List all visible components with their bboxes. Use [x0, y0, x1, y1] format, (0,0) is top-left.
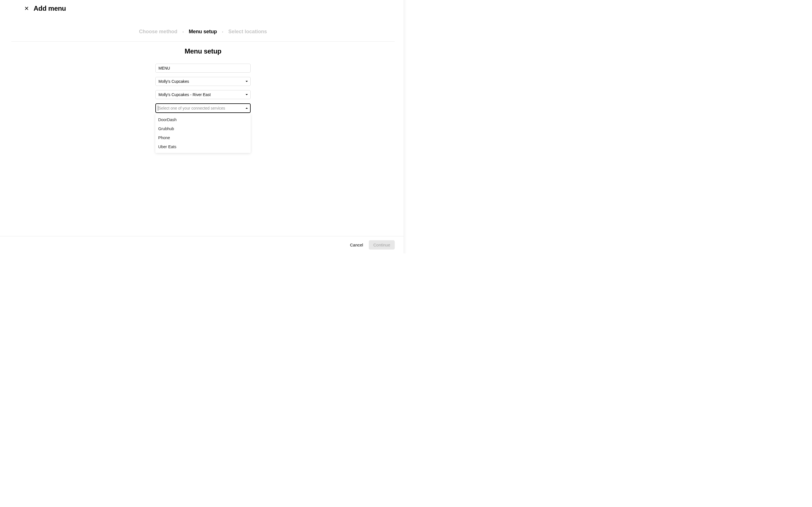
brand-select-value: Molly's Cupcakes	[155, 77, 251, 86]
section-title: Menu setup	[185, 47, 221, 55]
service-select-placeholder: Select one of your connected services	[155, 103, 251, 113]
cancel-button[interactable]: Cancel	[350, 242, 363, 247]
service-dropdown-list: DoorDash Grubhub Phone Uber Eats	[155, 114, 251, 153]
divider	[11, 41, 395, 42]
breadcrumb: Choose method › Menu setup › Select loca…	[0, 29, 406, 35]
service-option-doordash[interactable]: DoorDash	[155, 115, 251, 124]
chevron-right-icon: ›	[183, 30, 184, 34]
service-option-grubhub[interactable]: Grubhub	[155, 124, 251, 133]
header: ✕ Add menu	[0, 0, 406, 12]
continue-button[interactable]: Continue	[369, 240, 395, 249]
breadcrumb-step-menu-setup[interactable]: Menu setup	[189, 29, 217, 35]
page-title: Add menu	[34, 4, 66, 12]
footer: Cancel Continue	[0, 236, 406, 253]
close-icon[interactable]: ✕	[24, 6, 29, 11]
service-placeholder-text: Select one of your connected services	[158, 106, 225, 110]
main-content: Menu setup Molly's Cupcakes Molly's Cupc…	[0, 47, 406, 113]
service-select[interactable]: Select one of your connected services Do…	[155, 103, 251, 113]
service-option-ubereats[interactable]: Uber Eats	[155, 142, 251, 151]
breadcrumb-step-choose-method[interactable]: Choose method	[139, 29, 177, 35]
menu-setup-form: Molly's Cupcakes Molly's Cupcakes - Rive…	[155, 64, 251, 113]
right-edge-strip	[404, 0, 406, 253]
brand-select[interactable]: Molly's Cupcakes	[155, 77, 251, 86]
location-select-value: Molly's Cupcakes - River East	[155, 90, 251, 99]
breadcrumb-step-select-locations[interactable]: Select locations	[229, 29, 267, 35]
menu-name-input[interactable]	[155, 64, 251, 73]
location-select[interactable]: Molly's Cupcakes - River East	[155, 90, 251, 99]
chevron-right-icon: ›	[222, 30, 223, 34]
service-option-phone[interactable]: Phone	[155, 133, 251, 142]
